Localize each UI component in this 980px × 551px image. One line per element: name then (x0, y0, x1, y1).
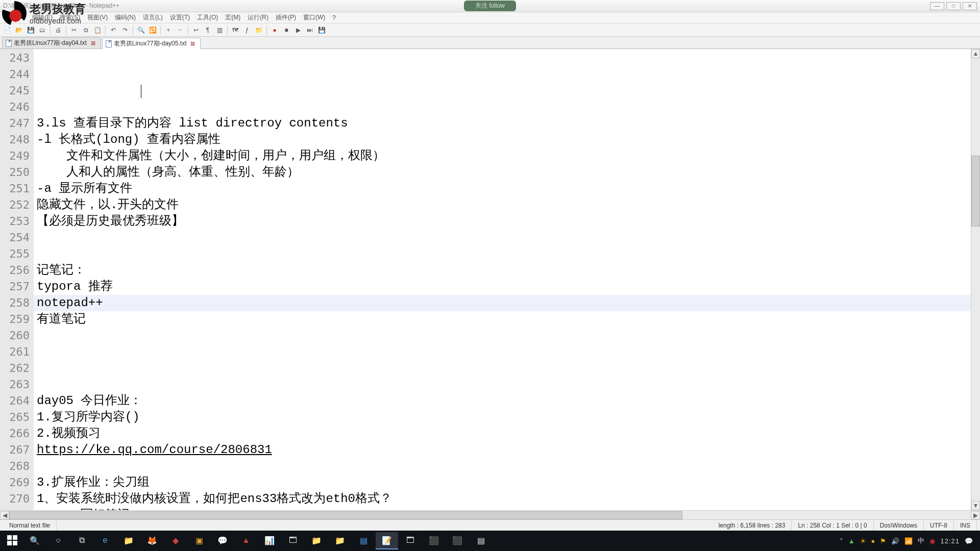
tray-wifi-icon[interactable]: 📶 (904, 537, 913, 545)
code-line[interactable]: 3.ls 查看目录下的内容 list directroy contents (37, 115, 977, 132)
code-line[interactable] (37, 458, 977, 474)
tray-flag-icon[interactable]: ⚑ (880, 537, 886, 545)
code-line[interactable] (37, 377, 977, 393)
tray-ime-icon[interactable]: 中 (918, 536, 924, 545)
app-icon-12[interactable]: ▤ (470, 532, 492, 549)
new-file-button[interactable]: 📄 (2, 25, 12, 35)
code-line[interactable]: 1.复习所学内容() (37, 409, 977, 425)
notepadpp-taskbar-icon[interactable]: 📝 (376, 532, 398, 549)
code-line[interactable]: https://ke.qq.com/course/2806831 (37, 442, 977, 458)
stop-macro-button[interactable]: ■ (281, 25, 291, 35)
follow-pill[interactable]: 关注 follow (464, 1, 516, 11)
zoom-in-button[interactable]: ＋ (163, 25, 174, 35)
save-all-button[interactable]: 🗂 (37, 25, 47, 35)
edge-icon[interactable]: e (94, 532, 116, 549)
redo-button[interactable]: ↷ (120, 25, 130, 35)
app-icon-2[interactable]: ▣ (188, 532, 210, 549)
code-line[interactable]: -l 长格式(long) 查看内容属性 (37, 132, 977, 148)
code-line[interactable]: 1.写好笔记。 (37, 507, 977, 510)
code-line[interactable]: 2.视频预习 (37, 425, 977, 442)
save-button[interactable]: 💾 (26, 25, 36, 35)
hscroll-thumb[interactable] (9, 511, 682, 519)
status-eol[interactable]: Dos\Windows (874, 520, 924, 531)
app-icon-3[interactable]: ▲ (235, 532, 257, 549)
code-line[interactable] (37, 328, 977, 344)
app-icon-10[interactable]: ⬛ (423, 532, 445, 549)
tray-notifications-icon[interactable]: 💬 (965, 537, 973, 545)
url-link[interactable]: https://ke.qq.com/course/2806831 (37, 443, 272, 457)
menu-item-9[interactable]: 运行(R) (246, 12, 271, 23)
menu-item-11[interactable]: 窗口(W) (301, 12, 327, 23)
wordwrap-button[interactable]: ↩ (191, 25, 201, 35)
code-line[interactable] (37, 246, 977, 262)
app-icon-4[interactable]: 📊 (258, 532, 281, 549)
code-line[interactable]: day05 今日作业： (37, 393, 977, 409)
show-symbols-button[interactable]: ¶ (203, 25, 213, 35)
menu-item-12[interactable]: ? (330, 13, 338, 22)
editor-area[interactable]: 2432442452462472482492502512522532542552… (0, 49, 980, 510)
menu-item-4[interactable]: 编码(N) (113, 12, 138, 23)
code-line[interactable]: 人和人的属性（身高、体重、性别、年龄） (37, 164, 977, 181)
tray-weather-icon[interactable]: ☀ (860, 537, 866, 545)
horizontal-scrollbar[interactable]: ◀ ▶ (0, 510, 980, 519)
status-encoding[interactable]: UTF-8 (924, 520, 954, 531)
menu-item-3[interactable]: 视图(V) (85, 12, 110, 23)
tray-chevron-icon[interactable]: ˄ (840, 537, 843, 545)
run-multiple-button[interactable]: ⏭ (305, 25, 315, 35)
copy-button[interactable]: ⧉ (81, 25, 91, 35)
app-icon-11[interactable]: ⬛ (446, 532, 469, 549)
tray-shield-icon[interactable]: ▲ (848, 537, 855, 545)
tab-close-icon[interactable]: ⊠ (91, 40, 95, 46)
cut-button[interactable]: ✂ (69, 25, 79, 35)
taskview-icon[interactable]: ⧉ (70, 532, 93, 549)
wechat-icon[interactable]: 💬 (211, 532, 234, 549)
tray-volume-icon[interactable]: 🔊 (891, 537, 899, 545)
undo-button[interactable]: ↶ (108, 25, 118, 35)
code-line[interactable] (37, 360, 977, 377)
code-line[interactable]: 记笔记： (37, 262, 977, 279)
code-line[interactable] (37, 230, 977, 246)
window-close-button[interactable]: ✕ (963, 2, 977, 10)
menu-item-0[interactable]: 文件(F) (3, 12, 27, 23)
code-line[interactable]: 文件和文件属性（大小，创建时间，用户，用户组，权限） (37, 148, 977, 164)
zoom-out-button[interactable]: － (175, 25, 185, 35)
function-list-button[interactable]: ƒ (242, 25, 252, 35)
folder-as-workspace-button[interactable]: 📁 (254, 25, 264, 35)
code-editor[interactable]: 3.ls 查看目录下的内容 list directroy contents-l … (34, 49, 980, 510)
tab-close-icon[interactable]: ⊠ (190, 40, 195, 47)
code-line[interactable]: typora 推荐 (37, 279, 977, 295)
scroll-up-arrow[interactable]: ▲ (971, 49, 980, 58)
tray-clock[interactable]: 12:21 (940, 537, 960, 545)
windows-taskbar[interactable]: 🔍 ○ ⧉ e 📁 🦊 ◆ ▣ 💬 ▲ 📊 🗔 📁 📁 ▤ 📝 🗔 ⬛ ⬛ ▤ … (0, 531, 980, 551)
paste-button[interactable]: 📋 (92, 25, 103, 35)
code-line[interactable]: notepad++ (37, 295, 977, 311)
code-line[interactable]: -a 显示所有文件 (37, 181, 977, 197)
app-icon-1[interactable]: ◆ (164, 532, 187, 549)
app-icon-8[interactable]: ▤ (352, 532, 375, 549)
code-line[interactable]: 隐藏文件，以.开头的文件 (37, 197, 977, 213)
scroll-right-arrow[interactable]: ▶ (971, 511, 980, 519)
replace-button[interactable]: 🔁 (148, 25, 158, 35)
play-macro-button[interactable]: ▶ (293, 25, 303, 35)
app-icon-5[interactable]: 🗔 (282, 532, 304, 549)
open-file-button[interactable]: 📂 (14, 25, 24, 35)
code-line[interactable]: 有道笔记 (37, 311, 977, 328)
code-line[interactable]: 【必须是历史最优秀班级】 (37, 213, 977, 230)
start-button[interactable] (2, 532, 22, 549)
indent-guide-button[interactable]: ▥ (214, 25, 225, 35)
menu-item-6[interactable]: 设置(T) (168, 12, 192, 23)
code-line[interactable] (37, 344, 977, 360)
system-tray[interactable]: ˄ ▲ ☀ ● ⚑ 🔊 📶 中 ◉ 12:21 💬 (835, 536, 978, 545)
menu-item-7[interactable]: 工具(O) (195, 12, 220, 23)
app-icon-7[interactable]: 📁 (329, 532, 351, 549)
print-button[interactable]: 🖨 (53, 25, 63, 35)
record-macro-button[interactable]: ● (270, 25, 280, 35)
find-button[interactable]: 🔍 (136, 25, 146, 35)
code-line[interactable]: 1、安装系统时没做内核设置，如何把ens33格式改为eth0格式？ (37, 491, 977, 507)
scroll-left-arrow[interactable]: ◀ (0, 511, 9, 519)
firefox-icon[interactable]: 🦊 (141, 532, 163, 549)
cortana-icon[interactable]: ○ (47, 532, 69, 549)
menu-item-8[interactable]: 宏(M) (223, 12, 242, 23)
tray-network-icon[interactable]: ● (871, 537, 875, 545)
file-explorer-icon[interactable]: 📁 (117, 532, 140, 549)
